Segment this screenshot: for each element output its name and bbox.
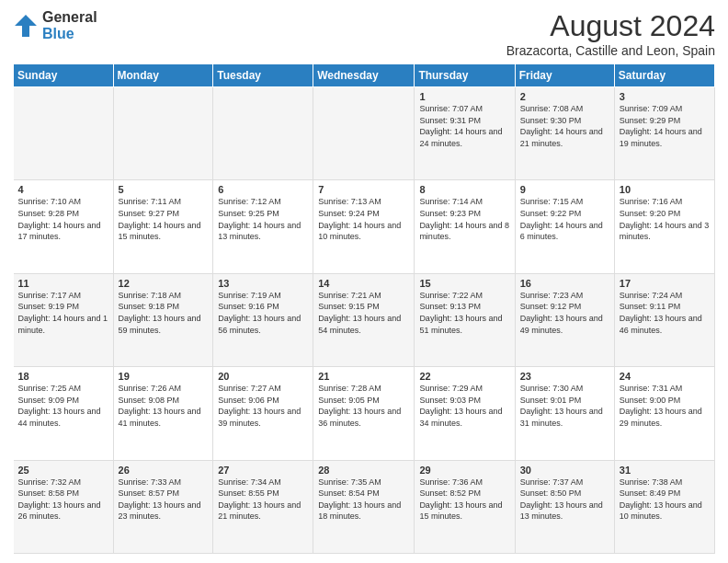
day-number: 7 [318,184,409,195]
calendar-header: SundayMondayTuesdayWednesdayThursdayFrid… [14,64,715,87]
day-info: Sunrise: 7:23 AM Sunset: 9:12 PM Dayligh… [520,290,609,336]
day-info: Sunrise: 7:38 AM Sunset: 8:49 PM Dayligh… [620,477,710,523]
calendar-cell: 24Sunrise: 7:31 AM Sunset: 9:00 PM Dayli… [614,367,714,460]
calendar-week-1: 1Sunrise: 7:07 AM Sunset: 9:31 PM Daylig… [14,87,715,180]
day-info: Sunrise: 7:27 AM Sunset: 9:06 PM Dayligh… [218,383,308,429]
day-number: 19 [119,371,209,382]
day-number: 29 [419,465,509,476]
day-info: Sunrise: 7:32 AM Sunset: 8:58 PM Dayligh… [18,477,108,523]
page-subtitle: Brazacorta, Castille and Leon, Spain [506,43,715,58]
day-number: 30 [520,465,609,476]
calendar-cell: 14Sunrise: 7:21 AM Sunset: 9:15 PM Dayli… [313,273,415,366]
calendar-cell: 5Sunrise: 7:11 AM Sunset: 9:27 PM Daylig… [113,180,213,273]
calendar: SundayMondayTuesdayWednesdayThursdayFrid… [13,63,715,554]
calendar-cell: 22Sunrise: 7:29 AM Sunset: 9:03 PM Dayli… [415,367,515,460]
day-number: 2 [520,91,609,102]
day-number: 24 [620,371,710,382]
day-info: Sunrise: 7:11 AM Sunset: 9:27 PM Dayligh… [119,196,209,242]
day-info: Sunrise: 7:16 AM Sunset: 9:20 PM Dayligh… [620,196,710,242]
day-info: Sunrise: 7:34 AM Sunset: 8:55 PM Dayligh… [218,477,308,523]
calendar-cell: 3Sunrise: 7:09 AM Sunset: 9:29 PM Daylig… [614,87,714,180]
logo: General Blue [13,9,97,41]
day-info: Sunrise: 7:30 AM Sunset: 9:01 PM Dayligh… [520,383,609,429]
calendar-cell: 28Sunrise: 7:35 AM Sunset: 8:54 PM Dayli… [313,460,415,553]
calendar-cell: 19Sunrise: 7:26 AM Sunset: 9:08 PM Dayli… [113,367,213,460]
day-number: 20 [218,371,308,382]
calendar-body: 1Sunrise: 7:07 AM Sunset: 9:31 PM Daylig… [14,87,715,554]
header: General Blue August 2024 Brazacorta, Cas… [13,9,715,58]
day-info: Sunrise: 7:26 AM Sunset: 9:08 PM Dayligh… [119,383,209,429]
day-number: 12 [119,278,209,289]
calendar-week-4: 18Sunrise: 7:25 AM Sunset: 9:09 PM Dayli… [14,367,715,460]
calendar-cell: 11Sunrise: 7:17 AM Sunset: 9:19 PM Dayli… [14,273,114,366]
day-info: Sunrise: 7:13 AM Sunset: 9:24 PM Dayligh… [318,196,409,242]
calendar-cell [14,87,114,180]
logo-general: General [42,9,97,26]
day-info: Sunrise: 7:09 AM Sunset: 9:29 PM Dayligh… [620,103,710,149]
day-number: 4 [18,184,108,195]
logo-text: General Blue [42,9,97,41]
page: General Blue August 2024 Brazacorta, Cas… [0,0,728,563]
calendar-cell: 18Sunrise: 7:25 AM Sunset: 9:09 PM Dayli… [14,367,114,460]
day-info: Sunrise: 7:35 AM Sunset: 8:54 PM Dayligh… [318,477,409,523]
calendar-cell: 10Sunrise: 7:16 AM Sunset: 9:20 PM Dayli… [614,180,714,273]
day-number: 11 [18,278,108,289]
day-number: 15 [419,278,509,289]
calendar-cell: 21Sunrise: 7:28 AM Sunset: 9:05 PM Dayli… [313,367,415,460]
calendar-cell: 20Sunrise: 7:27 AM Sunset: 9:06 PM Dayli… [213,367,313,460]
day-info: Sunrise: 7:28 AM Sunset: 9:05 PM Dayligh… [318,383,409,429]
day-number: 1 [419,91,509,102]
day-info: Sunrise: 7:33 AM Sunset: 8:57 PM Dayligh… [119,477,209,523]
day-info: Sunrise: 7:14 AM Sunset: 9:23 PM Dayligh… [419,196,509,242]
day-info: Sunrise: 7:07 AM Sunset: 9:31 PM Dayligh… [419,103,509,149]
calendar-cell: 26Sunrise: 7:33 AM Sunset: 8:57 PM Dayli… [113,460,213,553]
calendar-cell: 27Sunrise: 7:34 AM Sunset: 8:55 PM Dayli… [213,460,313,553]
day-info: Sunrise: 7:24 AM Sunset: 9:11 PM Dayligh… [620,290,710,336]
header-day-wednesday: Wednesday [313,64,415,87]
day-info: Sunrise: 7:15 AM Sunset: 9:22 PM Dayligh… [520,196,609,242]
calendar-cell: 7Sunrise: 7:13 AM Sunset: 9:24 PM Daylig… [313,180,415,273]
day-info: Sunrise: 7:29 AM Sunset: 9:03 PM Dayligh… [419,383,509,429]
calendar-cell: 2Sunrise: 7:08 AM Sunset: 9:30 PM Daylig… [515,87,614,180]
calendar-cell: 29Sunrise: 7:36 AM Sunset: 8:52 PM Dayli… [415,460,515,553]
day-number: 26 [119,465,209,476]
day-number: 14 [318,278,409,289]
calendar-week-3: 11Sunrise: 7:17 AM Sunset: 9:19 PM Dayli… [14,273,715,366]
day-number: 3 [620,91,710,102]
header-day-friday: Friday [515,64,614,87]
day-info: Sunrise: 7:08 AM Sunset: 9:30 PM Dayligh… [520,103,609,149]
day-info: Sunrise: 7:17 AM Sunset: 9:19 PM Dayligh… [18,290,108,336]
day-info: Sunrise: 7:37 AM Sunset: 8:50 PM Dayligh… [520,477,609,523]
day-number: 9 [520,184,609,195]
day-info: Sunrise: 7:21 AM Sunset: 9:15 PM Dayligh… [318,290,409,336]
calendar-cell [313,87,415,180]
header-day-saturday: Saturday [614,64,714,87]
calendar-cell: 13Sunrise: 7:19 AM Sunset: 9:16 PM Dayli… [213,273,313,366]
day-number: 13 [218,278,308,289]
calendar-cell: 8Sunrise: 7:14 AM Sunset: 9:23 PM Daylig… [415,180,515,273]
day-number: 27 [218,465,308,476]
calendar-cell: 17Sunrise: 7:24 AM Sunset: 9:11 PM Dayli… [614,273,714,366]
logo-blue: Blue [42,26,97,42]
calendar-cell: 4Sunrise: 7:10 AM Sunset: 9:28 PM Daylig… [14,180,114,273]
day-info: Sunrise: 7:36 AM Sunset: 8:52 PM Dayligh… [419,477,509,523]
calendar-table: SundayMondayTuesdayWednesdayThursdayFrid… [13,63,715,554]
day-number: 5 [119,184,209,195]
day-number: 18 [18,371,108,382]
calendar-cell: 15Sunrise: 7:22 AM Sunset: 9:13 PM Dayli… [415,273,515,366]
day-info: Sunrise: 7:10 AM Sunset: 9:28 PM Dayligh… [18,196,108,242]
calendar-cell: 12Sunrise: 7:18 AM Sunset: 9:18 PM Dayli… [113,273,213,366]
calendar-cell: 25Sunrise: 7:32 AM Sunset: 8:58 PM Dayli… [14,460,114,553]
calendar-week-2: 4Sunrise: 7:10 AM Sunset: 9:28 PM Daylig… [14,180,715,273]
day-number: 21 [318,371,409,382]
header-day-monday: Monday [113,64,213,87]
calendar-cell: 1Sunrise: 7:07 AM Sunset: 9:31 PM Daylig… [415,87,515,180]
header-day-thursday: Thursday [415,64,515,87]
header-day-sunday: Sunday [14,64,114,87]
calendar-cell: 16Sunrise: 7:23 AM Sunset: 9:12 PM Dayli… [515,273,614,366]
calendar-cell: 23Sunrise: 7:30 AM Sunset: 9:01 PM Dayli… [515,367,614,460]
header-row: SundayMondayTuesdayWednesdayThursdayFrid… [14,64,715,87]
day-number: 31 [620,465,710,476]
svg-marker-0 [15,15,37,37]
day-number: 28 [318,465,409,476]
